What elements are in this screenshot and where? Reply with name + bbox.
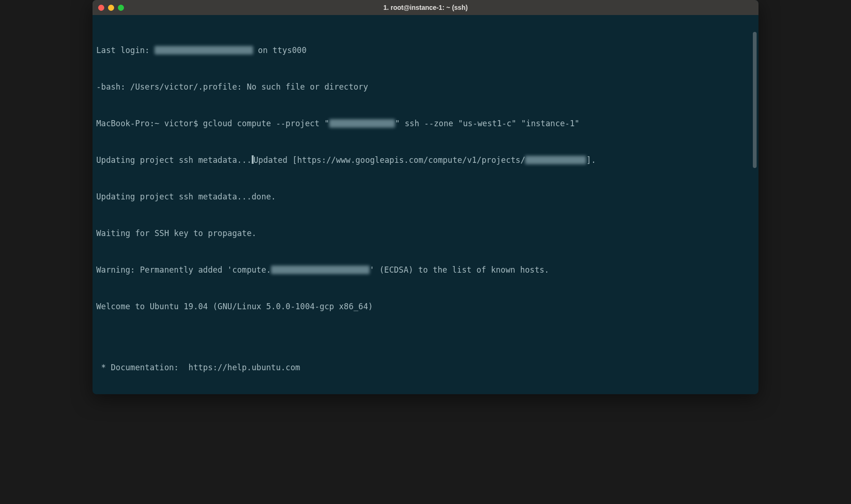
terminal-line: Updating project ssh metadata...done. [96,191,755,203]
terminal-line: * Documentation: https://help.ubuntu.com [96,361,755,374]
terminal-line: -bash: /Users/victor/.profile: No such f… [96,81,755,93]
terminal-window: 1. root@instance-1: ~ (ssh) Last login: … [93,0,758,394]
terminal-output[interactable]: Last login: on ttys000 -bash: /Users/vic… [93,15,758,394]
text: ' (ECDSA) to the list of known hosts. [370,265,549,275]
text: Updating project ssh metadata... [96,155,252,165]
cursor-icon [252,155,254,164]
scrollbar[interactable] [753,32,757,168]
text: Warning: Permanently added 'compute. [96,265,271,275]
text: Updated [https://www.googleapis.com/comp… [254,155,526,165]
redacted-text [329,119,395,128]
minimize-icon[interactable] [108,5,114,11]
text: MacBook-Pro:~ victor$ gcloud compute --p… [96,119,329,128]
text: Last login: [96,46,155,55]
terminal-line: Updating project ssh metadata...Updated … [96,154,755,166]
close-icon[interactable] [98,5,104,11]
window-title: 1. root@instance-1: ~ (ssh) [93,4,758,11]
terminal-line: Warning: Permanently added 'compute.' (E… [96,264,755,276]
terminal-line: Waiting for SSH key to propagate. [96,227,755,239]
traffic-lights [93,5,124,11]
maximize-icon[interactable] [118,5,124,11]
redacted-text [525,156,586,164]
titlebar[interactable]: 1. root@instance-1: ~ (ssh) [93,0,758,15]
redacted-text [271,266,370,274]
text: on ttys000 [253,46,307,55]
terminal-line: Welcome to Ubuntu 19.04 (GNU/Linux 5.0.0… [96,300,755,313]
text: " ssh --zone "us-west1-c" "instance-1" [395,119,580,128]
text: ]. [586,155,596,165]
redacted-text [155,46,253,54]
terminal-viewport[interactable]: Last login: on ttys000 -bash: /Users/vic… [93,15,758,394]
terminal-line: MacBook-Pro:~ victor$ gcloud compute --p… [96,117,755,130]
terminal-line: Last login: on ttys000 [96,44,755,56]
